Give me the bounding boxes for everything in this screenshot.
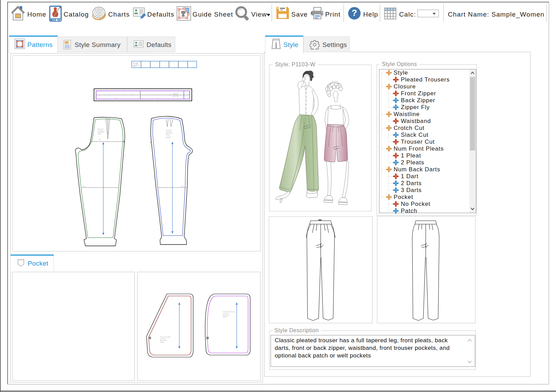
svg-text:Cut 2 Self: Cut 2 Self [160, 338, 165, 340]
svg-text:Trouser Pocket Bag: Trouser Pocket Bag [160, 336, 170, 338]
svg-text:Style P1103: Style P1103 [223, 315, 229, 316]
svg-text:Style P1103: Style P1103 [98, 132, 104, 133]
svg-text:Style P1103: Style P1103 [160, 340, 166, 341]
svg-text:Cut 2 Self: Cut 2 Self [223, 313, 228, 314]
svg-text:Knee: Knee [83, 186, 86, 187]
svg-text:Grainline: Grainline [166, 136, 171, 138]
svg-text:Sample: Sample [160, 342, 164, 343]
svg-text:Cut 2 Self: Cut 2 Self [166, 131, 171, 133]
svg-text:Sample: Sample [223, 316, 227, 318]
svg-text:Sample: Sample [166, 134, 170, 136]
svg-text:Slack Back: Slack Back [166, 130, 172, 131]
svg-text:Style P1103: Style P1103 [166, 133, 172, 134]
svg-text:Sample: Sample [133, 66, 137, 67]
svg-text:Style P1103: Style P1103 [173, 96, 179, 97]
svg-text:Slack Front: Slack Front [98, 128, 104, 130]
svg-text:?: ? [352, 8, 357, 18]
svg-text:Knee: Knee [181, 186, 184, 187]
svg-text:Sample: Sample [98, 133, 102, 135]
svg-text:Trouser Pocket Facing: Trouser Pocket Facing [223, 311, 235, 313]
svg-text:Hip: Hip [99, 139, 101, 141]
svg-text:Cut 2 Self: Cut 2 Self [98, 130, 103, 132]
